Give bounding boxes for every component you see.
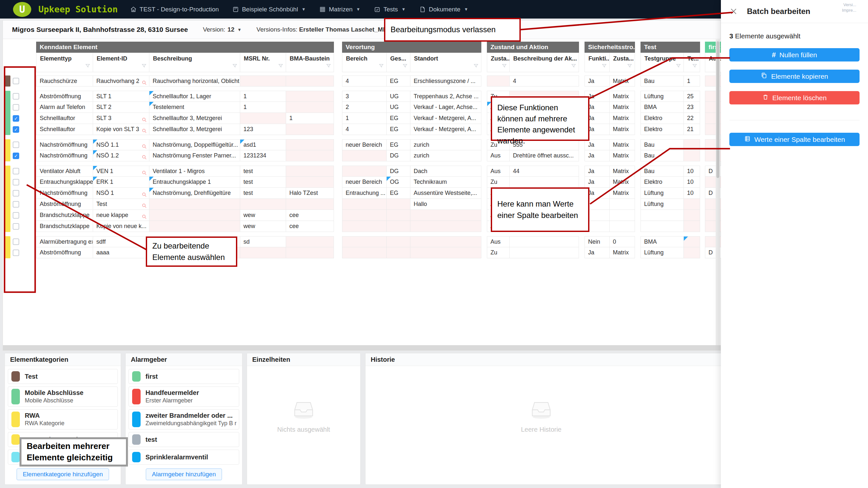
cell-br[interactable] bbox=[342, 221, 386, 232]
cell-z2[interactable] bbox=[610, 221, 635, 232]
cell-ge[interactable]: OG bbox=[386, 177, 410, 188]
column-header-ms[interactable]: MSRL Nr. bbox=[240, 53, 286, 72]
elementkategorie-add-button[interactable]: Elementkategorie hinzufügen bbox=[17, 468, 109, 480]
row-checkbox[interactable] bbox=[13, 179, 19, 186]
nav-item-tests[interactable]: Tests▼ bbox=[374, 6, 405, 13]
row-checkbox[interactable] bbox=[13, 93, 19, 100]
cell-fu[interactable]: Nein bbox=[585, 236, 610, 247]
cell-fu[interactable]: Ja bbox=[585, 247, 610, 258]
cell-tg[interactable]: Bau bbox=[641, 139, 684, 150]
cell-et[interactable]: Ventilator Abluft bbox=[36, 166, 93, 177]
cell-tg[interactable]: Lüftung bbox=[641, 91, 684, 102]
cell-br[interactable]: 2 bbox=[342, 102, 386, 113]
cell-ms[interactable]: wew bbox=[240, 221, 286, 232]
cell-id[interactable]: Test bbox=[93, 199, 149, 210]
cell-br[interactable]: neuer Bereich bbox=[342, 139, 386, 150]
cell-te[interactable]: 23 bbox=[684, 102, 700, 113]
cell-tg[interactable]: Bau bbox=[641, 75, 684, 87]
column-header-bm[interactable]: BMA-Baustein bbox=[286, 53, 334, 72]
cell-ge[interactable]: EG bbox=[386, 75, 410, 87]
cell-be[interactable]: Ventilator 1 - Migros bbox=[149, 166, 240, 177]
cell-te[interactable]: 10 bbox=[684, 177, 700, 188]
alarmgeber-add-button[interactable]: Alarmgeber hinzufügen bbox=[146, 468, 222, 480]
cell-br[interactable] bbox=[342, 150, 386, 161]
column-header-ba[interactable]: Beschreibung der Ak... bbox=[510, 53, 579, 72]
cell-fu[interactable]: Ja bbox=[585, 150, 610, 161]
filter-icon[interactable] bbox=[85, 63, 91, 70]
cell-et[interactable]: Entrauchungsklappe bbox=[36, 177, 93, 188]
cell-tg[interactable]: Lüftung bbox=[641, 188, 684, 199]
cell-id[interactable]: SLT 3 bbox=[93, 113, 149, 124]
row-checkbox[interactable] bbox=[13, 78, 19, 84]
cell-be[interactable]: Schnelllauftor 3, Metzgerei bbox=[149, 113, 240, 124]
cell-z2[interactable] bbox=[610, 210, 635, 221]
cell-fu[interactable]: Ja bbox=[585, 75, 610, 87]
filter-icon[interactable] bbox=[501, 63, 507, 70]
cell-z2[interactable]: Matrix bbox=[610, 113, 635, 124]
cell-z2[interactable]: Matrix bbox=[610, 247, 635, 258]
search-icon[interactable] bbox=[142, 153, 147, 161]
cell-z2[interactable]: Matrix bbox=[610, 166, 635, 177]
cell-br[interactable] bbox=[342, 210, 386, 221]
search-icon[interactable] bbox=[142, 190, 147, 199]
search-icon[interactable] bbox=[142, 78, 147, 87]
cell-et[interactable]: Alarmübertragung ext... bbox=[36, 236, 93, 247]
cell-te[interactable] bbox=[684, 210, 700, 221]
filter-icon[interactable] bbox=[601, 63, 607, 70]
cell-st[interactable] bbox=[410, 221, 482, 232]
cell-bm[interactable] bbox=[286, 236, 334, 247]
cell-ge[interactable]: EG bbox=[386, 113, 410, 124]
cell-tg[interactable]: Elektro bbox=[641, 177, 684, 188]
cell-ge[interactable]: DG bbox=[386, 166, 410, 177]
column-header-te[interactable]: Te... bbox=[684, 53, 700, 72]
cell-ms[interactable]: test bbox=[240, 177, 286, 188]
cell-ms[interactable]: asd1 bbox=[240, 139, 286, 150]
filter-icon[interactable] bbox=[676, 63, 681, 70]
cell-be[interactable]: Schnelllauftor 3, Metzgerei bbox=[149, 124, 240, 135]
cell-bm[interactable] bbox=[286, 139, 334, 150]
cell-bm[interactable] bbox=[286, 124, 334, 135]
cell-id[interactable]: Kopie von SLT 3 bbox=[93, 124, 149, 135]
row-checkbox[interactable] bbox=[13, 104, 19, 110]
cell-st[interactable]: Treppenhaus 2, Achse ... bbox=[410, 91, 482, 102]
cell-te[interactable]: 21 bbox=[684, 124, 700, 135]
cell-ms[interactable]: 1231234 bbox=[240, 150, 286, 161]
row-checkbox[interactable]: ✓ bbox=[13, 126, 19, 133]
cell-te[interactable] bbox=[684, 236, 700, 247]
cell-ge[interactable] bbox=[386, 236, 410, 247]
cell-br[interactable] bbox=[342, 236, 386, 247]
cell-bm[interactable] bbox=[286, 177, 334, 188]
werte-einer-spalte-bearbeiten-button[interactable]: Werte einer Spalte bearbeiten bbox=[730, 133, 860, 146]
cell-br[interactable]: Entrauchung ... bbox=[342, 188, 386, 199]
cell-bm[interactable]: 1 bbox=[286, 113, 334, 124]
search-icon[interactable] bbox=[142, 116, 147, 124]
cell-bm[interactable]: Halo TZest bbox=[286, 188, 334, 199]
cell-ge[interactable] bbox=[386, 199, 410, 210]
filter-icon[interactable] bbox=[278, 63, 283, 70]
cell-tg[interactable]: Elektro bbox=[641, 124, 684, 135]
alarmgeber-item[interactable]: HandfeuermelderErster Alarmgeber bbox=[129, 387, 239, 407]
cell-st[interactable]: Dach bbox=[410, 166, 482, 177]
cell-ge[interactable]: EG bbox=[386, 124, 410, 135]
cell-zu[interactable]: Zu bbox=[487, 247, 510, 258]
filter-icon[interactable] bbox=[473, 63, 479, 70]
cell-tg[interactable]: Lüftung bbox=[641, 247, 684, 258]
cell-bm[interactable] bbox=[286, 150, 334, 161]
filter-icon[interactable] bbox=[326, 63, 331, 70]
cell-br[interactable]: 4 bbox=[342, 75, 386, 87]
column-header-ge[interactable]: Ges... bbox=[386, 53, 410, 72]
cell-be[interactable]: Schnelllauftor 1, Lager bbox=[149, 91, 240, 102]
cell-bm[interactable] bbox=[286, 166, 334, 177]
cell-id[interactable]: neue klappe bbox=[93, 210, 149, 221]
cell-id[interactable]: aaaa bbox=[93, 247, 149, 258]
cell-fu[interactable]: Ja bbox=[585, 139, 610, 150]
column-header-z2[interactable]: Zusta... bbox=[610, 53, 635, 72]
cell-ba[interactable]: 44 bbox=[510, 166, 579, 177]
cell-st[interactable]: Erschliessungszone / ... bbox=[410, 75, 482, 87]
cell-et[interactable]: Schnelllauftor bbox=[36, 124, 93, 135]
cell-br[interactable]: neuer Bereich bbox=[342, 177, 386, 188]
search-icon[interactable] bbox=[142, 127, 147, 135]
cell-ms[interactable] bbox=[240, 199, 286, 210]
cell-ms[interactable] bbox=[240, 247, 286, 258]
cell-ge[interactable]: UG bbox=[386, 91, 410, 102]
